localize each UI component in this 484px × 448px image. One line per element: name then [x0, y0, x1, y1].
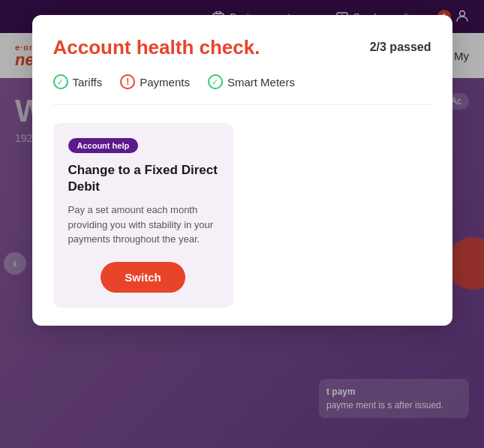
- health-check-modal: Account health check. 2/3 passed ✓ Tarif…: [32, 15, 452, 326]
- card-title: Change to a Fixed Direct Debit: [68, 162, 218, 195]
- check-items-row: ✓ Tariffs ! Payments ✓ Smart Meters: [53, 74, 431, 105]
- passed-count: 2/3 passed: [370, 36, 431, 54]
- switch-button[interactable]: Switch: [101, 262, 185, 293]
- tariffs-check-icon: ✓: [53, 74, 68, 89]
- check-item-payments: ! Payments: [120, 74, 190, 89]
- card-badge: Account help: [68, 138, 139, 153]
- check-item-tariffs: ✓ Tariffs: [53, 74, 103, 89]
- modal-overlay: Account health check. 2/3 passed ✓ Tarif…: [0, 0, 484, 448]
- tariffs-check-label: Tariffs: [73, 76, 103, 89]
- smart-meters-check-label: Smart Meters: [227, 76, 295, 89]
- account-help-card: Account help Change to a Fixed Direct De…: [53, 123, 233, 308]
- card-description: Pay a set amount each month providing yo…: [68, 203, 218, 247]
- smart-meters-check-icon: ✓: [208, 74, 223, 89]
- check-item-smart-meters: ✓ Smart Meters: [208, 74, 295, 89]
- card-area: Account help Change to a Fixed Direct De…: [53, 123, 431, 308]
- modal-header: Account health check. 2/3 passed: [53, 36, 431, 59]
- modal-title: Account health check.: [53, 36, 260, 59]
- payments-warning-icon: !: [120, 74, 135, 89]
- payments-check-label: Payments: [140, 76, 190, 89]
